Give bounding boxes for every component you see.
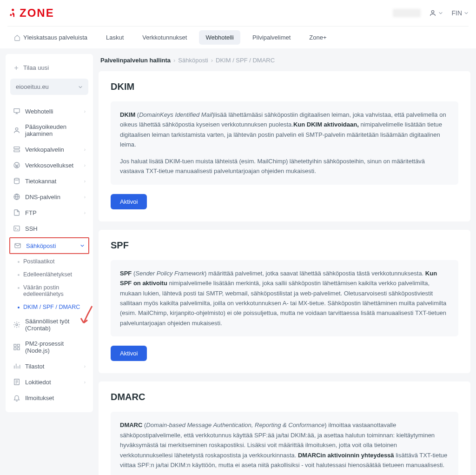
sub-label: Edelleenlähetykset bbox=[23, 271, 72, 278]
domain-label: eiooeituu.eu bbox=[16, 83, 49, 90]
grid-icon bbox=[13, 343, 20, 351]
sidebar-item-databases[interactable]: Tietokannat› bbox=[10, 173, 88, 189]
spf-infobox: SPF (Sender Policy Framework) määrittää … bbox=[111, 260, 458, 337]
database-icon bbox=[13, 177, 20, 185]
file-icon bbox=[13, 209, 20, 216]
svg-point-7 bbox=[14, 178, 20, 180]
svg-rect-15 bbox=[17, 348, 20, 350]
svg-rect-5 bbox=[14, 150, 20, 152]
nav-label: Pilvipalvelimet bbox=[252, 34, 291, 41]
svg-point-11 bbox=[16, 324, 18, 326]
svg-point-0 bbox=[12, 9, 14, 11]
nav-cloudservers[interactable]: Pilvipalvelimet bbox=[246, 30, 297, 45]
plus-icon bbox=[13, 65, 20, 71]
breadcrumb-root: Palvelinpalvelun hallinta bbox=[100, 57, 171, 64]
dkim-activate-button[interactable]: Aktivoi bbox=[111, 194, 147, 209]
nav-label: Zone+ bbox=[309, 34, 326, 41]
sidebar-item-logs[interactable]: Lokitiedot› bbox=[10, 374, 88, 390]
main-nav: Yleiskatsaus palveluista Laskut Verkkotu… bbox=[7, 26, 469, 48]
dkim-infobox: DKIM (DomainKeys Identified Mail)lisää l… bbox=[111, 101, 458, 185]
log-icon bbox=[13, 378, 20, 386]
dmarc-title: DMARC bbox=[111, 392, 458, 402]
sidebar: Tilaa uusi eiooeituu.eu Webhotelli› Pääs… bbox=[6, 54, 93, 412]
gear-icon bbox=[13, 321, 20, 328]
nav-overview[interactable]: Yleiskatsaus palveluista bbox=[7, 30, 94, 45]
sidebar-label: Tilastot bbox=[25, 363, 44, 370]
language-selector[interactable]: FIN bbox=[451, 9, 469, 17]
svg-rect-14 bbox=[14, 348, 16, 350]
nav-zoneplus[interactable]: Zone+ bbox=[303, 30, 333, 45]
sidebar-item-access[interactable]: Pääsyoikeuden jakaminen bbox=[10, 119, 88, 141]
svg-point-1 bbox=[432, 11, 434, 13]
dkim-strong2: Kun DKIM aktivoidaan, bbox=[293, 121, 359, 128]
sidebar-label: FTP bbox=[25, 209, 37, 216]
sidebar-item-webserver[interactable]: Verkkopalvelin› bbox=[10, 141, 88, 157]
nav-label: Laskut bbox=[106, 34, 124, 41]
breadcrumb-mid[interactable]: Sähköposti bbox=[178, 57, 208, 64]
bell-icon bbox=[13, 394, 20, 401]
sidebar-label: Säännölliset työt (Crontab) bbox=[25, 318, 86, 332]
user-menu[interactable] bbox=[429, 9, 443, 17]
sidebar-label: PM2-prosessit (Node.js) bbox=[25, 340, 86, 354]
sidebar-item-notifications[interactable]: Ilmoitukset bbox=[10, 390, 88, 406]
nav-label: Verkkotunnukset bbox=[142, 34, 187, 41]
user-name-blurred bbox=[393, 9, 421, 17]
dkim-key: DKIM bbox=[120, 111, 135, 118]
sidebar-item-stats[interactable]: Tilastot› bbox=[10, 358, 88, 374]
sidebar-item-email[interactable]: Sähköposti bbox=[9, 237, 89, 254]
chevron-right-icon: › bbox=[84, 210, 86, 215]
chevron-down-icon bbox=[464, 11, 469, 15]
chevron-right-icon: › bbox=[84, 147, 86, 152]
chevron-down-icon bbox=[78, 85, 83, 89]
sidebar-item-webapps[interactable]: Verkkosovellukset› bbox=[10, 157, 88, 173]
nav-domains[interactable]: Verkkotunnukset bbox=[136, 30, 193, 45]
globe-icon bbox=[13, 193, 20, 201]
dot-icon bbox=[18, 274, 20, 276]
domain-selector[interactable]: eiooeituu.eu bbox=[10, 79, 88, 95]
svg-rect-12 bbox=[14, 344, 16, 347]
chevron-right-icon: › bbox=[84, 380, 86, 385]
server-icon bbox=[13, 146, 20, 153]
sub-item-wrong-forward[interactable]: Väärän postin edelleenlähetys bbox=[15, 281, 88, 301]
sub-item-dkim-spf-dmarc[interactable]: DKIM / SPF / DMARC bbox=[15, 301, 88, 314]
chevron-right-icon: › bbox=[84, 194, 86, 200]
sidebar-label: Tietokannat bbox=[25, 178, 56, 185]
breadcrumb-leaf: DKIM / SPF / DMARC bbox=[216, 57, 275, 64]
nav-invoices[interactable]: Laskut bbox=[99, 30, 130, 45]
language-label: FIN bbox=[451, 9, 462, 17]
mail-icon bbox=[14, 242, 21, 249]
zone-runner-icon bbox=[7, 8, 17, 18]
dmarc-infobox: DMARC (Domain-based Message Authenticati… bbox=[111, 412, 458, 475]
chevron-right-icon: › bbox=[84, 364, 86, 369]
dmarc-em: Domain-based Message Authentication, Rep… bbox=[146, 421, 324, 428]
dkim-em: DomainKeys Identified Mail bbox=[139, 111, 212, 118]
spf-text: ) määrittää palvelimet, jotka saavat läh… bbox=[205, 270, 425, 277]
sidebar-item-webhosting[interactable]: Webhotelli› bbox=[10, 103, 88, 119]
sub-item-mailboxes[interactable]: Postilaatikot bbox=[15, 255, 88, 268]
sidebar-item-ftp[interactable]: FTP› bbox=[10, 205, 88, 221]
dmarc-key: DMARC bbox=[120, 421, 142, 428]
brand-logo[interactable]: ZONE bbox=[7, 7, 54, 20]
spf-card: SPF SPF (Sender Policy Framework) määrit… bbox=[99, 230, 470, 374]
chevron-down-icon bbox=[80, 243, 85, 248]
sidebar-item-pm2[interactable]: PM2-prosessit (Node.js) bbox=[10, 336, 88, 358]
sub-item-forwards[interactable]: Edelleenlähetykset bbox=[15, 268, 88, 281]
dkim-p2: Jos haluat lisätä DKIM-tuen muista lähte… bbox=[120, 156, 449, 176]
breadcrumb-sep: › bbox=[173, 57, 175, 64]
brand-text: ZONE bbox=[20, 7, 54, 20]
sidebar-label: Ilmoitukset bbox=[25, 395, 54, 401]
sidebar-item-ssh[interactable]: SSH bbox=[10, 221, 88, 236]
order-new-label: Tilaa uusi bbox=[23, 64, 49, 71]
chevron-right-icon: › bbox=[84, 163, 86, 168]
sidebar-label: Sähköposti bbox=[26, 242, 56, 249]
order-new[interactable]: Tilaa uusi bbox=[10, 60, 88, 79]
svg-point-3 bbox=[15, 128, 18, 130]
sidebar-item-dns[interactable]: DNS-palvelin› bbox=[10, 189, 88, 205]
svg-rect-4 bbox=[14, 147, 20, 149]
stats-icon bbox=[13, 362, 20, 370]
svg-rect-2 bbox=[14, 109, 20, 113]
dkim-card: DKIM DKIM (DomainKeys Identified Mail)li… bbox=[99, 71, 470, 221]
sidebar-item-crontab[interactable]: Säännölliset työt (Crontab) bbox=[10, 314, 88, 336]
spf-activate-button[interactable]: Aktivoi bbox=[111, 346, 147, 361]
nav-webhosting[interactable]: Webhotelli bbox=[199, 30, 240, 45]
